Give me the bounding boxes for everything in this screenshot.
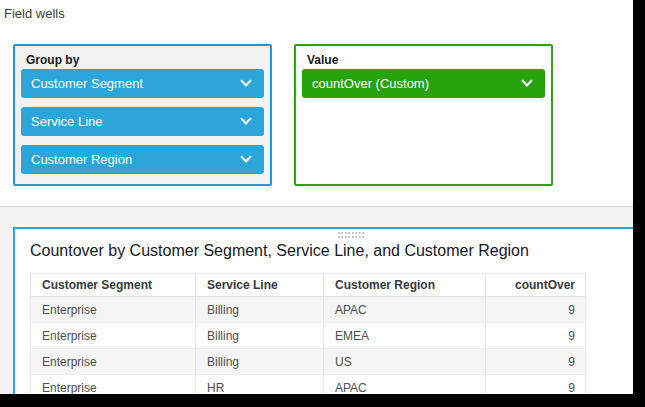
cell-service-line[interactable]: Billing [196,297,324,323]
visual-title: Countover by Customer Segment, Service L… [30,242,529,260]
value-label: Value [307,53,338,67]
table-row: Enterprise Billing US 9 [31,349,586,375]
group-by-well[interactable]: Group by Customer Segment Service Line C… [13,44,272,186]
results-table: Customer Segment Service Line Customer R… [30,273,586,401]
chevron-down-icon [521,75,532,86]
field-pill-label: Customer Region [31,152,132,167]
table-row: Enterprise Billing APAC 9 [31,297,586,323]
cell-countover[interactable]: 9 [486,349,586,375]
dashboard-canvas: Countover by Customer Segment, Service L… [0,206,645,407]
field-pill-customer-segment[interactable]: Customer Segment [21,69,264,98]
cell-customer-segment[interactable]: Enterprise [31,297,196,323]
chevron-down-icon [240,151,251,162]
cell-customer-segment[interactable]: Enterprise [31,349,196,375]
chevron-down-icon [240,113,251,124]
field-pill-customer-region[interactable]: Customer Region [21,145,264,174]
cell-customer-segment[interactable]: Enterprise [31,323,196,349]
column-header-service-line[interactable]: Service Line [196,274,324,297]
chevron-down-icon [240,75,251,86]
screen-edge-right [633,0,645,407]
field-pill-label: Service Line [31,114,103,129]
cell-customer-region[interactable]: APAC [324,297,486,323]
column-header-customer-region[interactable]: Customer Region [324,274,486,297]
column-header-countover[interactable]: countOver [486,274,586,297]
table-visual-container[interactable]: Countover by Customer Segment, Service L… [13,227,638,407]
value-well[interactable]: Value countOver (Custom) [294,44,553,186]
field-pill-label: Customer Segment [31,76,143,91]
cell-customer-region[interactable]: US [324,349,486,375]
cell-customer-region[interactable]: EMEA [324,323,486,349]
cell-countover[interactable]: 9 [486,297,586,323]
cell-service-line[interactable]: Billing [196,349,324,375]
field-pill-service-line[interactable]: Service Line [21,107,264,136]
group-by-label: Group by [26,53,79,67]
field-pill-countover[interactable]: countOver (Custom) [302,69,545,98]
table-row: Enterprise Billing EMEA 9 [31,323,586,349]
cell-service-line[interactable]: Billing [196,323,324,349]
screen-edge-bottom [0,394,645,407]
cell-countover[interactable]: 9 [486,323,586,349]
field-wells-heading: Field wells [4,6,65,21]
field-pill-label: countOver (Custom) [312,76,429,91]
drag-handle-icon[interactable] [337,231,364,239]
column-header-customer-segment[interactable]: Customer Segment [31,274,196,297]
table-header-row: Customer Segment Service Line Customer R… [31,274,586,297]
